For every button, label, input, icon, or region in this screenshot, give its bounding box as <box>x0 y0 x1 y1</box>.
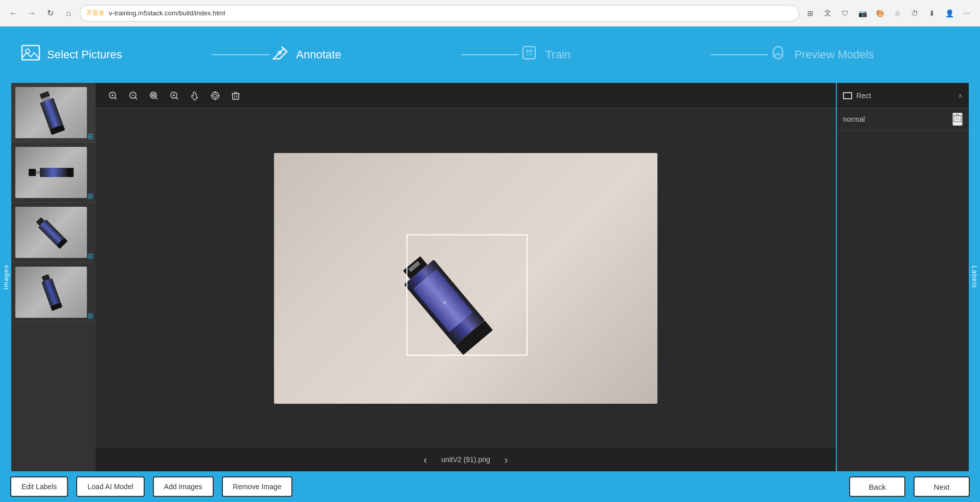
annotation-toolbar <box>96 83 836 108</box>
rect-shape-icon <box>843 92 852 99</box>
svg-rect-6 <box>526 53 529 56</box>
annotate-icon <box>269 42 290 67</box>
zoom-fit-btn[interactable] <box>145 86 163 105</box>
download-btn[interactable]: ⬇ <box>925 6 939 20</box>
svg-rect-5 <box>530 50 532 52</box>
thumbnail-item-1[interactable]: ⊞ <box>11 83 96 143</box>
step-preview-models[interactable]: Preview Models <box>768 42 960 67</box>
labels-tab[interactable]: Labels <box>969 83 980 471</box>
next-btn[interactable]: Next <box>914 476 970 497</box>
step-header: Select Pictures Annotate Train <box>0 27 980 83</box>
color-btn[interactable]: 🎨 <box>873 6 887 20</box>
thumbnail-item-3[interactable]: ⊞ <box>11 203 96 263</box>
train-icon <box>519 42 539 67</box>
svg-rect-31 <box>233 94 239 99</box>
forward-nav-btn[interactable]: → <box>25 6 39 20</box>
bottom-bar: Edit Labels Load AI Model Add Images Rem… <box>0 471 980 502</box>
svg-point-8 <box>777 55 779 57</box>
bookmark-btn[interactable]: ☆ <box>890 6 904 20</box>
edit-labels-btn[interactable]: Edit Labels <box>10 476 68 497</box>
step-divider-3 <box>711 54 768 55</box>
annotate-label: Annotate <box>296 48 341 61</box>
browser-icons: ⊞ 文 🛡 📷 🎨 ☆ ⏱ ⬇ 👤 ⋯ <box>803 6 974 20</box>
label-name-normal: normal <box>843 115 948 123</box>
train-label: Train <box>545 48 571 61</box>
thumbnail-strip: ⊞ ⊞ <box>11 83 96 471</box>
translate-btn[interactable]: 文 <box>821 6 835 20</box>
browser-chrome: ← → ↻ ⌂ 不安全 v-training.m5stack.com/build… <box>0 0 980 27</box>
thumb-add-2[interactable]: ⊞ <box>87 192 94 200</box>
svg-rect-3 <box>523 47 535 59</box>
thumb-img-3 <box>15 207 87 258</box>
security-warning: 不安全 <box>86 9 105 17</box>
thumbnail-item-2[interactable]: ⊞ <box>11 143 96 203</box>
svg-point-25 <box>212 92 219 99</box>
thumb-img-4 <box>15 267 87 318</box>
images-tab[interactable]: Images <box>0 83 11 471</box>
zoom-in-btn[interactable] <box>104 86 122 105</box>
remove-image-btn[interactable]: Remove Image <box>222 476 293 497</box>
panel-expand-icon[interactable]: ∧ <box>958 92 963 99</box>
adblock-btn[interactable]: 🛡 <box>838 6 852 20</box>
step-divider-2 <box>461 54 518 55</box>
thumb-img-2 <box>15 147 87 198</box>
svg-rect-7 <box>530 53 532 56</box>
thumbnail-item-4[interactable]: ⊞ <box>11 263 96 322</box>
zoom-out-btn[interactable] <box>124 86 143 105</box>
svg-line-12 <box>115 97 117 99</box>
load-ai-model-btn[interactable]: Load AI Model <box>76 476 145 497</box>
address-bar[interactable]: 不安全 v-training.m5stack.com/build/index.h… <box>80 5 799 21</box>
svg-point-26 <box>214 94 217 97</box>
step-divider-1 <box>212 54 269 55</box>
preview-label: Preview Models <box>794 48 874 61</box>
label-delete-btn[interactable] <box>952 113 963 126</box>
home-btn[interactable]: ⌂ <box>61 6 76 20</box>
delete-annotation-btn[interactable] <box>226 86 245 105</box>
back-nav-btn[interactable]: ← <box>6 6 20 20</box>
right-panel: Rect ∧ normal <box>836 83 969 471</box>
select-pictures-label: Select Pictures <box>47 48 122 61</box>
thumb-add-4[interactable]: ⊞ <box>87 312 94 320</box>
main-canvas-image <box>274 153 657 404</box>
prev-image-btn[interactable]: ‹ <box>419 452 431 468</box>
reload-btn[interactable]: ↻ <box>43 6 57 20</box>
preview-icon <box>768 42 788 67</box>
thumb-add-1[interactable]: ⊞ <box>87 132 94 140</box>
image-filename: unitV2 (91).png <box>441 455 490 464</box>
step-train[interactable]: Train <box>519 42 711 67</box>
url-text: v-training.m5stack.com/build/index.html <box>109 9 225 17</box>
target-btn[interactable] <box>206 86 224 105</box>
back-btn[interactable]: Back <box>849 476 905 497</box>
svg-line-15 <box>135 97 138 99</box>
svg-line-18 <box>156 97 158 99</box>
right-panel-header: Rect ∧ <box>837 83 969 108</box>
step-select-pictures[interactable]: Select Pictures <box>20 42 212 67</box>
screenshot-btn[interactable]: 📷 <box>855 6 870 20</box>
image-nav: ‹ unitV2 (91).png › <box>96 448 836 471</box>
add-images-btn[interactable]: Add Images <box>153 476 214 497</box>
thumb-img-1 <box>15 87 87 138</box>
rect-label: Rect <box>856 92 871 100</box>
svg-rect-4 <box>526 50 529 52</box>
menu-btn[interactable]: ⋯ <box>960 6 974 20</box>
annotate-area: ‹ unitV2 (91).png › <box>96 83 836 471</box>
select-pictures-icon <box>20 42 41 67</box>
label-item-normal: normal <box>837 108 969 130</box>
thumb-add-3[interactable]: ⊞ <box>87 252 94 260</box>
profile-btn[interactable]: 👤 <box>942 6 956 20</box>
svg-line-24 <box>176 97 178 99</box>
extensions-btn[interactable]: ⊞ <box>803 6 817 20</box>
history-btn[interactable]: ⏱ <box>907 6 922 20</box>
svg-rect-45 <box>954 116 961 122</box>
zoom-reset-btn[interactable] <box>165 86 184 105</box>
pan-btn[interactable] <box>186 86 204 105</box>
next-image-btn[interactable]: › <box>500 452 512 468</box>
svg-rect-0 <box>22 46 39 60</box>
canvas-area[interactable] <box>96 108 836 448</box>
main-content: Images ⊞ <box>0 83 980 471</box>
step-annotate[interactable]: Annotate <box>269 42 461 67</box>
